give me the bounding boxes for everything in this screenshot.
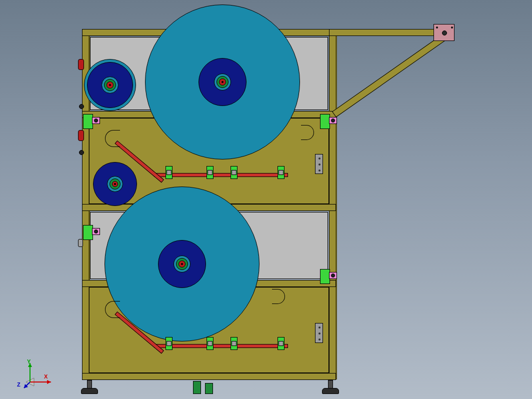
estop-button-mid[interactable]: [78, 130, 84, 141]
frame-cross-5: [82, 373, 336, 380]
lower-arm-hook-left: [105, 301, 120, 318]
door-hinge-1: [315, 154, 323, 174]
axis-y-label: Y: [27, 359, 30, 364]
panel-switch-1[interactable]: [79, 104, 84, 109]
lower-arm-clamp-4-pad: [278, 341, 284, 346]
upper-arm-hook-left: [105, 130, 120, 147]
arm-plate-screw-2: [451, 26, 453, 28]
upper-arm-clamp-2-pad: [208, 170, 212, 175]
foot-pad-2: [322, 388, 339, 394]
axis-x-label: X: [44, 374, 48, 380]
cad-viewport[interactable]: X Y Z: [0, 0, 532, 399]
upper-arm-bar[interactable]: [154, 173, 288, 177]
bracket-mid-1-green: [83, 225, 93, 240]
bracket-top-1-pink-hole: [94, 118, 98, 122]
bracket-mid-2-green: [320, 269, 330, 284]
arm-end-plate: [434, 24, 454, 41]
panel-switch-2[interactable]: [79, 150, 84, 155]
top-main-roll-hub-dot: [222, 81, 224, 83]
upper-arm-clamp-3-pad: [232, 170, 236, 175]
lower-arm-clamp-3-pad: [232, 341, 236, 346]
top-side-roll-hub-dot: [109, 84, 111, 86]
bracket-top-2-pink-hole: [331, 118, 335, 122]
arm-plate-bore: [442, 30, 447, 36]
mid-side-roll-hub-dot: [114, 183, 116, 185]
base-green-tab-2: [205, 383, 213, 394]
lower-arm-clamp-2-pad: [208, 341, 212, 346]
door-hinge-2: [315, 323, 323, 343]
svg-marker-2: [47, 380, 51, 384]
bracket-top-1-green: [83, 114, 93, 129]
arm-plate-screw-1: [436, 26, 438, 28]
lower-arm-clamp-1-pad: [166, 341, 172, 346]
base-green-tab-1: [193, 381, 201, 394]
bottom-main-roll-hub-dot: [181, 263, 183, 265]
foot-pad-1: [81, 388, 98, 394]
view-triad: X Y Z: [9, 360, 54, 390]
estop-button-top[interactable]: [78, 59, 84, 70]
bracket-mid-1-pink-hole: [94, 230, 98, 234]
bracket-mid-2-pink-hole: [331, 274, 335, 278]
lower-arm-bar[interactable]: [154, 344, 288, 348]
arm-diagonal-strut: [332, 32, 450, 117]
arm-top-beam: [329, 29, 450, 36]
upper-arm-clamp-1-pad: [166, 170, 172, 175]
upper-arm-clamp-4-pad: [278, 170, 284, 175]
axis-z-label: Z: [17, 382, 20, 388]
cable-gland: [78, 239, 83, 247]
bracket-top-2-green: [320, 114, 330, 129]
